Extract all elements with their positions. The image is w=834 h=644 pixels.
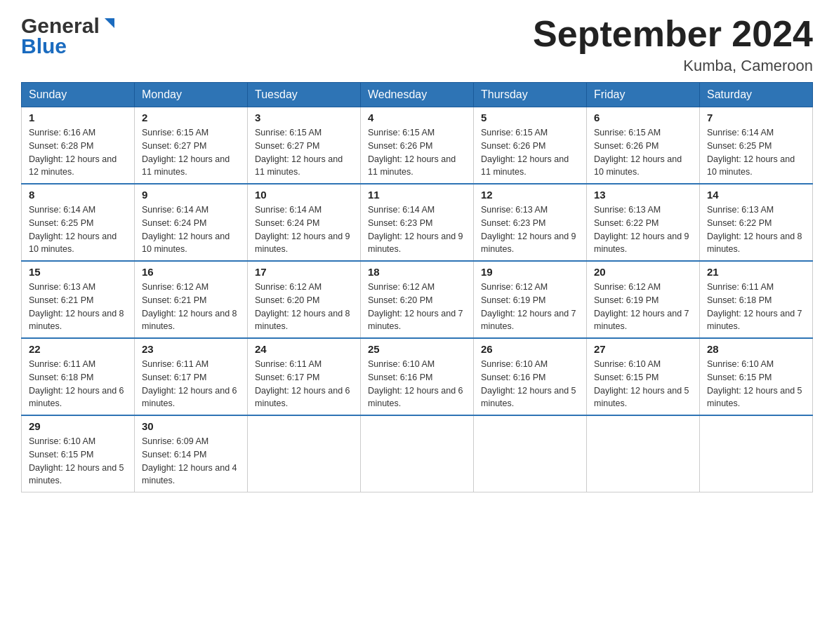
calendar-cell: 16Sunrise: 6:12 AMSunset: 6:21 PMDayligh… (135, 261, 248, 338)
day-number: 6 (594, 112, 692, 123)
calendar-cell: 29Sunrise: 6:10 AMSunset: 6:15 PMDayligh… (22, 415, 135, 492)
calendar-week-row: 29Sunrise: 6:10 AMSunset: 6:15 PMDayligh… (22, 415, 813, 492)
day-info: Sunrise: 6:10 AMSunset: 6:16 PMDaylight:… (481, 358, 579, 410)
day-number: 23 (142, 343, 240, 355)
day-info: Sunrise: 6:13 AMSunset: 6:22 PMDaylight:… (707, 203, 805, 256)
calendar-cell: 26Sunrise: 6:10 AMSunset: 6:16 PMDayligh… (474, 338, 587, 415)
calendar-header-wednesday: Wednesday (361, 83, 474, 107)
day-number: 1 (29, 112, 127, 123)
day-number: 30 (142, 420, 240, 432)
day-number: 20 (594, 266, 692, 278)
day-number: 19 (481, 266, 579, 278)
day-info: Sunrise: 6:14 AMSunset: 6:25 PMDaylight:… (29, 203, 127, 256)
day-info: Sunrise: 6:10 AMSunset: 6:15 PMDaylight:… (594, 358, 692, 410)
calendar-cell: 24Sunrise: 6:11 AMSunset: 6:17 PMDayligh… (248, 338, 361, 415)
day-info: Sunrise: 6:11 AMSunset: 6:17 PMDaylight:… (255, 358, 353, 410)
day-number: 2 (142, 112, 240, 123)
day-number: 21 (707, 266, 805, 278)
day-number: 26 (481, 343, 579, 355)
day-number: 29 (29, 420, 127, 432)
calendar-cell: 13Sunrise: 6:13 AMSunset: 6:22 PMDayligh… (587, 184, 700, 261)
title-section: September 2024 Kumba, Cameroon (533, 14, 813, 75)
calendar-header-tuesday: Tuesday (248, 83, 361, 107)
calendar-cell (248, 415, 361, 492)
day-number: 10 (255, 189, 353, 201)
day-number: 8 (29, 189, 127, 201)
day-info: Sunrise: 6:12 AMSunset: 6:20 PMDaylight:… (368, 281, 466, 333)
calendar-cell: 14Sunrise: 6:13 AMSunset: 6:22 PMDayligh… (700, 184, 813, 261)
calendar-cell: 3Sunrise: 6:15 AMSunset: 6:27 PMDaylight… (248, 107, 361, 185)
calendar-week-row: 8Sunrise: 6:14 AMSunset: 6:25 PMDaylight… (22, 184, 813, 261)
month-title: September 2024 (533, 14, 813, 54)
day-number: 12 (481, 189, 579, 201)
calendar-cell: 17Sunrise: 6:12 AMSunset: 6:20 PMDayligh… (248, 261, 361, 338)
calendar-cell (474, 415, 587, 492)
day-info: Sunrise: 6:15 AMSunset: 6:26 PMDaylight:… (368, 126, 466, 179)
calendar-cell: 10Sunrise: 6:14 AMSunset: 6:24 PMDayligh… (248, 184, 361, 261)
calendar-header-sunday: Sunday (22, 83, 135, 107)
day-info: Sunrise: 6:15 AMSunset: 6:27 PMDaylight:… (255, 126, 353, 179)
day-number: 5 (481, 112, 579, 123)
calendar-cell: 18Sunrise: 6:12 AMSunset: 6:20 PMDayligh… (361, 261, 474, 338)
day-info: Sunrise: 6:14 AMSunset: 6:23 PMDaylight:… (368, 203, 466, 256)
day-number: 27 (594, 343, 692, 355)
day-number: 9 (142, 189, 240, 201)
calendar-cell: 7Sunrise: 6:14 AMSunset: 6:25 PMDaylight… (700, 107, 813, 185)
calendar-cell: 6Sunrise: 6:15 AMSunset: 6:26 PMDaylight… (587, 107, 700, 185)
day-info: Sunrise: 6:12 AMSunset: 6:21 PMDaylight:… (142, 281, 240, 333)
calendar-header-thursday: Thursday (474, 83, 587, 107)
calendar-cell (361, 415, 474, 492)
day-info: Sunrise: 6:10 AMSunset: 6:15 PMDaylight:… (29, 435, 127, 488)
day-info: Sunrise: 6:10 AMSunset: 6:16 PMDaylight:… (368, 358, 466, 410)
day-number: 22 (29, 343, 127, 355)
calendar-table: SundayMondayTuesdayWednesdayThursdayFrid… (21, 82, 813, 492)
calendar-cell: 8Sunrise: 6:14 AMSunset: 6:25 PMDaylight… (22, 184, 135, 261)
calendar-cell (587, 415, 700, 492)
calendar-cell: 1Sunrise: 6:16 AMSunset: 6:28 PMDaylight… (22, 107, 135, 185)
calendar-cell: 28Sunrise: 6:10 AMSunset: 6:15 PMDayligh… (700, 338, 813, 415)
day-info: Sunrise: 6:14 AMSunset: 6:24 PMDaylight:… (142, 203, 240, 256)
logo-blue-text: Blue (21, 34, 67, 58)
day-info: Sunrise: 6:13 AMSunset: 6:22 PMDaylight:… (594, 203, 692, 256)
day-info: Sunrise: 6:11 AMSunset: 6:18 PMDaylight:… (707, 281, 805, 333)
day-number: 14 (707, 189, 805, 201)
day-info: Sunrise: 6:15 AMSunset: 6:26 PMDaylight:… (481, 126, 579, 179)
calendar-week-row: 1Sunrise: 6:16 AMSunset: 6:28 PMDaylight… (22, 107, 813, 185)
day-info: Sunrise: 6:14 AMSunset: 6:24 PMDaylight:… (255, 203, 353, 256)
day-info: Sunrise: 6:12 AMSunset: 6:19 PMDaylight:… (594, 281, 692, 333)
location-text: Kumba, Cameroon (533, 57, 813, 75)
day-info: Sunrise: 6:15 AMSunset: 6:27 PMDaylight:… (142, 126, 240, 179)
day-number: 3 (255, 112, 353, 123)
day-number: 25 (368, 343, 466, 355)
day-number: 4 (368, 112, 466, 123)
calendar-cell: 27Sunrise: 6:10 AMSunset: 6:15 PMDayligh… (587, 338, 700, 415)
day-info: Sunrise: 6:11 AMSunset: 6:17 PMDaylight:… (142, 358, 240, 410)
day-info: Sunrise: 6:09 AMSunset: 6:14 PMDaylight:… (142, 435, 240, 488)
calendar-week-row: 15Sunrise: 6:13 AMSunset: 6:21 PMDayligh… (22, 261, 813, 338)
calendar-cell: 11Sunrise: 6:14 AMSunset: 6:23 PMDayligh… (361, 184, 474, 261)
day-number: 18 (368, 266, 466, 278)
calendar-header-row: SundayMondayTuesdayWednesdayThursdayFrid… (22, 83, 813, 107)
calendar-cell: 2Sunrise: 6:15 AMSunset: 6:27 PMDaylight… (135, 107, 248, 185)
day-info: Sunrise: 6:15 AMSunset: 6:26 PMDaylight:… (594, 126, 692, 179)
day-info: Sunrise: 6:13 AMSunset: 6:23 PMDaylight:… (481, 203, 579, 256)
calendar-header-friday: Friday (587, 83, 700, 107)
calendar-cell: 12Sunrise: 6:13 AMSunset: 6:23 PMDayligh… (474, 184, 587, 261)
calendar-cell: 4Sunrise: 6:15 AMSunset: 6:26 PMDaylight… (361, 107, 474, 185)
day-info: Sunrise: 6:10 AMSunset: 6:15 PMDaylight:… (707, 358, 805, 410)
day-number: 28 (707, 343, 805, 355)
calendar-cell: 25Sunrise: 6:10 AMSunset: 6:16 PMDayligh… (361, 338, 474, 415)
logo-arrow-icon (102, 15, 117, 34)
calendar-header-monday: Monday (135, 83, 248, 107)
day-info: Sunrise: 6:13 AMSunset: 6:21 PMDaylight:… (29, 281, 127, 333)
day-number: 15 (29, 266, 127, 278)
calendar-cell: 15Sunrise: 6:13 AMSunset: 6:21 PMDayligh… (22, 261, 135, 338)
day-info: Sunrise: 6:12 AMSunset: 6:20 PMDaylight:… (255, 281, 353, 333)
calendar-cell: 20Sunrise: 6:12 AMSunset: 6:19 PMDayligh… (587, 261, 700, 338)
day-info: Sunrise: 6:14 AMSunset: 6:25 PMDaylight:… (707, 126, 805, 179)
day-number: 13 (594, 189, 692, 201)
calendar-cell: 22Sunrise: 6:11 AMSunset: 6:18 PMDayligh… (22, 338, 135, 415)
day-info: Sunrise: 6:11 AMSunset: 6:18 PMDaylight:… (29, 358, 127, 410)
calendar-cell: 21Sunrise: 6:11 AMSunset: 6:18 PMDayligh… (700, 261, 813, 338)
calendar-header-saturday: Saturday (700, 83, 813, 107)
